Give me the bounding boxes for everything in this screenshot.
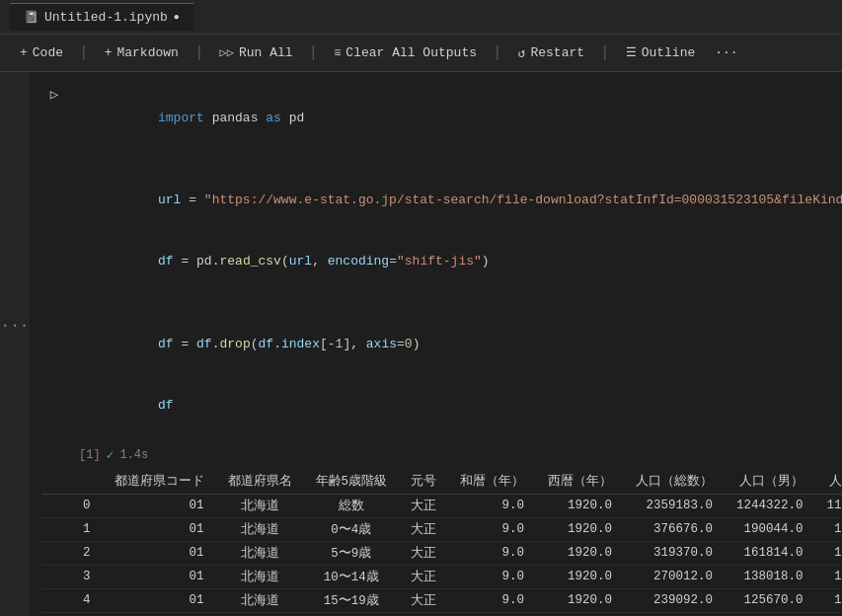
col-header-5: 西暦（年）: [536, 469, 624, 495]
dataframe-table: 都道府県コード 都道府県名 年齢5歳階級 元号 和暦（年） 西暦（年） 人口（総…: [41, 469, 842, 616]
table-cell-r5-c6: ...: [536, 612, 624, 616]
col-header-3: 元号: [399, 469, 448, 495]
table-cell-r4-c7: 239092.0: [624, 588, 725, 612]
table-cell-r5-c9: ...: [815, 612, 842, 616]
table-cell-r0-c5: 9.0: [448, 494, 536, 517]
table-cell-r1-c6: 1920.0: [536, 517, 624, 541]
cell-number-bracket: [1]: [79, 448, 101, 462]
table-cell-r0-c4: 大正: [399, 494, 448, 517]
table-cell-r2-c7: 319370.0: [624, 541, 725, 565]
table-cell-r1-c9: 186632.0: [815, 517, 842, 541]
restart-button[interactable]: ↺ Restart: [510, 41, 592, 65]
code-line-2: [81, 149, 842, 170]
table-cell-r3-c6: 1920.0: [536, 565, 624, 588]
toolbar-separator-4: |: [489, 44, 506, 62]
table-cell-r0-c9: 1114861.0: [815, 494, 842, 517]
code-line-5: [81, 293, 842, 314]
table-cell-r0-c3: 総数: [304, 494, 400, 517]
table-cell-r2-c1: 01: [103, 541, 216, 565]
table-cell-r5-c4: ...: [399, 612, 448, 616]
dataframe-output: 都道府県コード 都道府県名 年齢5歳階級 元号 和暦（年） 西暦（年） 人口（総…: [30, 467, 842, 616]
table-cell-r1-c5: 9.0: [448, 517, 536, 541]
tab-modified-dot: ●: [174, 12, 180, 23]
table-cell-r3-c1: 01: [103, 565, 216, 588]
table-cell-r1-c8: 190044.0: [725, 517, 815, 541]
clear-icon: ≡: [334, 46, 341, 60]
col-header-0: 都道府県コード: [103, 469, 216, 495]
table-cell-r1-c0: 1: [41, 517, 103, 541]
table-header-row: 都道府県コード 都道府県名 年齢5歳階級 元号 和暦（年） 西暦（年） 人口（総…: [41, 469, 842, 495]
col-header-6: 人口（総数）: [624, 469, 725, 495]
restart-icon: ↺: [518, 45, 526, 61]
add-code-button[interactable]: + Code: [12, 41, 71, 64]
table-cell-r5-c3: ...: [304, 612, 400, 616]
table-cell-r2-c4: 大正: [399, 541, 448, 565]
code-line-3: url = "https://www.e-stat.go.jp/stat-sea…: [81, 170, 842, 231]
cell-area: ▷ import pandas as pd url = "https://www…: [30, 72, 842, 616]
table-cell-r0-c8: 1244322.0: [725, 494, 815, 517]
table-cell-r1-c7: 376676.0: [624, 517, 725, 541]
table-row: 201北海道5〜9歳大正9.01920.0319370.0161814.0157…: [41, 541, 842, 565]
success-icon: ✓: [107, 447, 115, 463]
table-cell-r3-c3: 10〜14歳: [304, 565, 400, 588]
table-cell-r3-c2: 北海道: [216, 565, 304, 588]
col-header-2: 年齢5歳階級: [304, 469, 400, 495]
exec-info: [1] ✓ 1.4s: [30, 445, 842, 467]
table-cell-r1-c3: 0〜4歳: [304, 517, 400, 541]
table-cell-r3-c8: 138018.0: [725, 565, 815, 588]
table-row: 001北海道総数大正9.01920.02359183.01244322.0111…: [41, 494, 842, 517]
run-cell-button[interactable]: ▷: [50, 86, 58, 103]
toolbar-separator-1: |: [75, 44, 93, 62]
run-all-icon: ▷▷: [219, 45, 233, 60]
toolbar-separator-5: |: [596, 44, 614, 62]
output-area[interactable]: 都道府県コード 都道府県名 年齢5歳階級 元号 和暦（年） 西暦（年） 人口（総…: [30, 467, 842, 616]
toolbar-separator-3: |: [305, 44, 323, 62]
table-cell-r0-c2: 北海道: [216, 494, 304, 517]
table-cell-r1-c4: 大正: [399, 517, 448, 541]
notebook-tab[interactable]: 📓 Untitled-1.ipynb ●: [10, 3, 193, 31]
table-cell-r0-c1: 01: [103, 494, 216, 517]
table-cell-r3-c5: 9.0: [448, 565, 536, 588]
notebook-toolbar: + Code | + Markdown | ▷▷ Run All | ≡ Cle…: [0, 35, 842, 72]
col-header-4: 和暦（年）: [448, 469, 536, 495]
table-cell-r4-c8: 125670.0: [725, 588, 815, 612]
table-cell-r0-c7: 2359183.0: [624, 494, 725, 517]
col-header-7: 人口（男）: [725, 469, 815, 495]
run-all-button[interactable]: ▷▷ Run All: [211, 41, 300, 64]
title-bar: 📓 Untitled-1.ipynb ●: [0, 0, 842, 35]
table-row: 101北海道0〜4歳大正9.01920.0376676.0190044.0186…: [41, 517, 842, 541]
add-markdown-button[interactable]: + Markdown: [97, 41, 187, 64]
table-cell-r5-c8: ...: [725, 612, 815, 616]
table-cell-r1-c1: 01: [103, 517, 216, 541]
table-cell-r1-c2: 北海道: [216, 517, 304, 541]
plus-icon-2: +: [105, 45, 113, 60]
table-cell-r5-c7: ...: [624, 612, 725, 616]
clear-outputs-button[interactable]: ≡ Clear All Outputs: [326, 41, 485, 64]
plus-icon: +: [20, 45, 28, 60]
table-cell-r4-c4: 大正: [399, 588, 448, 612]
table-cell-r5-c0: ...: [41, 612, 103, 616]
table-cell-r2-c5: 9.0: [448, 541, 536, 565]
code-line-1: import pandas as pd: [81, 88, 842, 149]
code-line-6: df = df.drop(df.index[-1], axis=0): [81, 314, 842, 375]
table-row: 401北海道15〜19歳大正9.01920.0239092.0125670.01…: [41, 588, 842, 612]
table-row: ..............................: [41, 612, 842, 616]
table-cell-r2-c8: 161814.0: [725, 541, 815, 565]
table-cell-r5-c1: ...: [103, 612, 216, 616]
table-cell-r2-c6: 1920.0: [536, 541, 624, 565]
more-button[interactable]: ···: [707, 41, 745, 64]
side-gutter: ···: [0, 72, 30, 616]
table-cell-r2-c9: 157556.0: [815, 541, 842, 565]
table-cell-r4-c2: 北海道: [216, 588, 304, 612]
outline-button[interactable]: ☰ Outline: [618, 41, 704, 64]
table-cell-r3-c9: 131994.0: [815, 565, 842, 588]
table-cell-r4-c3: 15〜19歳: [304, 588, 400, 612]
code-cell[interactable]: import pandas as pd url = "https://www.e…: [79, 80, 842, 445]
table-cell-r0-c0: 0: [41, 494, 103, 517]
code-line-4: df = pd.read_csv(url, encoding="shift-ji…: [81, 232, 842, 293]
table-cell-r4-c6: 1920.0: [536, 588, 624, 612]
col-header-index: [41, 469, 103, 495]
tab-filename: Untitled-1.ipynb: [44, 10, 168, 25]
col-header-8: 人口（女）: [815, 469, 842, 495]
table-cell-r5-c5: ...: [448, 612, 536, 616]
